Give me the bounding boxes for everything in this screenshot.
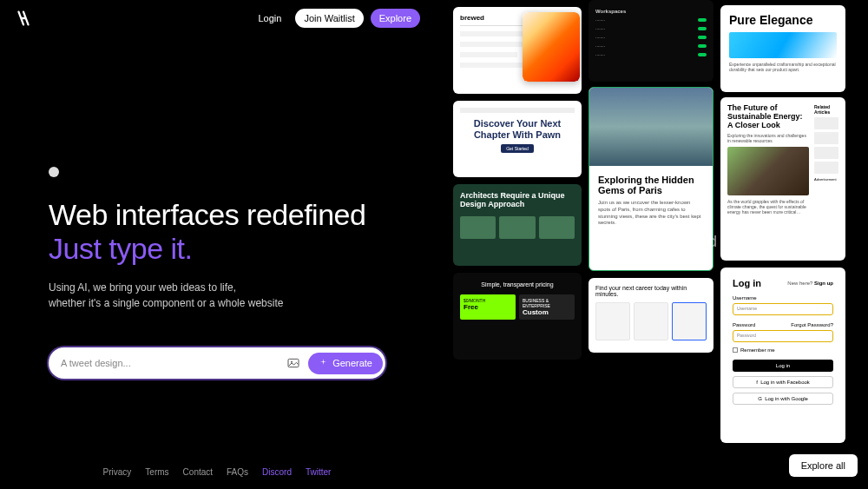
brewed-logo[interactable] xyxy=(14,9,33,28)
image-icon[interactable] xyxy=(286,355,301,371)
card-paris-text: Join us as we uncover the lesser-known s… xyxy=(598,200,704,227)
hero: Web interfaces redefined Just type it. U… xyxy=(0,36,434,311)
card-login-password-input: Password xyxy=(733,330,833,342)
subheadline: Using AI, we bring your web ideas to lif… xyxy=(49,280,385,311)
card-pricing-free: Free xyxy=(464,303,512,311)
card-orange-gradient[interactable] xyxy=(523,12,580,82)
card-pricing-custom: Custom xyxy=(523,308,571,316)
headline: Web interfaces redefined Just type it. xyxy=(49,198,385,266)
explore-button[interactable]: Explore xyxy=(371,9,420,28)
card-pawn-title: Discover Your Next Chapter With Pawn xyxy=(460,118,575,140)
card-energy-related: Related Articles xyxy=(814,104,838,115)
card-workspaces-title: Workspaces xyxy=(595,9,707,14)
sparkle-icon xyxy=(319,358,328,369)
card-arch-title: Architects Require a Unique Design Appro… xyxy=(460,191,575,209)
card-career-title: Find your next career today within minut… xyxy=(595,285,707,297)
gallery: Made with Brewed brewed Workspaces ·····… xyxy=(434,0,868,489)
headline-line1: Web interfaces redefined xyxy=(49,198,385,232)
card-energy-title: The Future of Sustainable Energy: A Clos… xyxy=(727,104,809,130)
card-energy[interactable]: The Future of Sustainable Energy: A Clos… xyxy=(720,97,845,261)
card-architects[interactable]: Architects Require a Unique Design Appro… xyxy=(453,184,582,266)
card-elegance[interactable]: Pure Elegance Experience unparalleled cr… xyxy=(720,5,845,92)
card-pawn[interactable]: Discover Your Next Chapter With Pawn Get… xyxy=(453,101,582,177)
card-login-remember: Remember me xyxy=(733,347,833,353)
headline-line2: Just type it. xyxy=(49,232,385,266)
login-link[interactable]: Login xyxy=(252,10,289,27)
card-workspaces[interactable]: Workspaces ········ ········ ········ ··… xyxy=(589,0,713,82)
card-login[interactable]: Log in New here? Sign up Username Userna… xyxy=(720,268,845,443)
card-login-button: Log in xyxy=(733,360,833,372)
card-login-title: Log in xyxy=(733,278,761,288)
card-energy-sub: Exploring the innovations and challenges… xyxy=(727,133,809,143)
header: Login Join Waitlist Explore xyxy=(0,0,434,36)
card-pricing-title: Simple, transparent pricing xyxy=(460,281,575,287)
card-elegance-title: Pure Elegance xyxy=(729,14,837,27)
card-login-username-label: Username xyxy=(733,295,757,301)
card-login-signup: New here? Sign up xyxy=(787,281,833,286)
footer-terms[interactable]: Terms xyxy=(145,467,168,477)
card-elegance-sub: Experience unparalleled craftsmanship an… xyxy=(729,62,837,72)
card-login-password-label: Password xyxy=(733,322,755,327)
footer-contact[interactable]: Contact xyxy=(183,467,213,477)
footer: Privacy Terms Contact FAQs Discord Twitt… xyxy=(0,467,434,477)
sub-line1: Using AI, we bring your web ideas to lif… xyxy=(49,280,385,295)
card-career[interactable]: Find your next career today within minut… xyxy=(589,278,713,353)
card-login-forgot: Forgot Password? xyxy=(791,322,833,327)
sub-line2: whether it's a single component or a who… xyxy=(49,295,385,311)
avatar-dot xyxy=(49,167,59,177)
card-paris[interactable]: Exploring the Hidden Gems of Paris Join … xyxy=(589,87,713,271)
card-pawn-button: Get Started xyxy=(501,144,534,153)
card-energy-ad: Advertisement xyxy=(814,177,838,182)
card-paris-title: Exploring the Hidden Gems of Paris xyxy=(598,175,704,195)
right-pane: Made with Brewed brewed Workspaces ·····… xyxy=(434,0,868,489)
nav-buttons: Login Join Waitlist Explore xyxy=(252,9,421,28)
left-pane: Login Join Waitlist Explore Web interfac… xyxy=(0,0,434,489)
card-login-gg: G Log in with Google xyxy=(733,393,833,405)
prompt-bar: Generate xyxy=(49,347,385,379)
footer-twitter[interactable]: Twitter xyxy=(306,467,331,477)
generate-button[interactable]: Generate xyxy=(308,353,383,374)
svg-point-1 xyxy=(291,361,293,363)
footer-discord[interactable]: Discord xyxy=(262,467,292,477)
join-waitlist-button[interactable]: Join Waitlist xyxy=(295,9,363,28)
card-login-username-input: Username xyxy=(733,303,833,315)
footer-faqs[interactable]: FAQs xyxy=(227,467,248,477)
prompt-input[interactable] xyxy=(61,358,286,368)
card-pricing-custom-sub: BUSINESS & ENTERPRISE xyxy=(523,298,571,308)
generate-label: Generate xyxy=(332,358,372,368)
card-login-fb: f Log in with Facebook xyxy=(733,376,833,388)
card-pricing[interactable]: Simple, transparent pricing $0/MONTH Fre… xyxy=(453,273,582,360)
footer-privacy[interactable]: Privacy xyxy=(103,467,132,477)
explore-all-button[interactable]: Explore all xyxy=(789,454,858,477)
